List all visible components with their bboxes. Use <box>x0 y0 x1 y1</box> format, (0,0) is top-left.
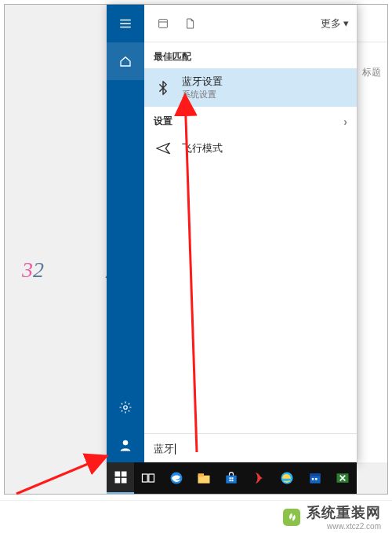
svg-rect-3 <box>114 472 120 477</box>
result-bluetooth-settings[interactable]: 蓝牙设置 系统设置 <box>144 68 357 107</box>
svg-rect-4 <box>122 472 127 477</box>
watermark-part1: 3 <box>22 257 33 282</box>
task-view-button[interactable] <box>134 462 162 494</box>
taskbar-store[interactable] <box>218 462 245 494</box>
svg-rect-16 <box>232 480 234 481</box>
taskbar-calendar[interactable] <box>301 462 328 494</box>
svg-rect-15 <box>230 480 231 481</box>
svg-rect-2 <box>159 19 168 27</box>
svg-rect-14 <box>232 477 234 479</box>
svg-point-1 <box>123 440 128 445</box>
bluetooth-icon <box>154 78 172 97</box>
result-airplane-mode[interactable]: 飞行模式 <box>144 133 357 164</box>
result-bluetooth-title: 蓝牙设置 <box>182 75 223 89</box>
text-cursor <box>175 444 176 455</box>
group-settings-label: 设置 <box>154 115 172 128</box>
search-results: 最佳匹配 蓝牙设置 系统设置 设置 › <box>144 42 357 433</box>
search-value: 蓝牙 <box>154 442 174 456</box>
settings-icon[interactable] <box>107 389 144 426</box>
svg-rect-11 <box>198 473 205 476</box>
taskbar-excel[interactable] <box>329 462 357 494</box>
airplane-icon <box>154 139 172 158</box>
taskbar-app-red[interactable] <box>245 462 273 494</box>
svg-point-0 <box>124 406 128 410</box>
search-panel-header: 更多 ▾ <box>144 5 357 42</box>
more-filters[interactable]: 更多 ▾ <box>321 16 349 31</box>
document-window: 标题 <box>358 5 387 462</box>
start-button[interactable] <box>107 462 134 494</box>
start-search-panel: 更多 ▾ 最佳匹配 蓝牙设置 系统设置 <box>107 5 358 464</box>
svg-rect-8 <box>149 474 154 482</box>
result-airplane-title: 飞行模式 <box>182 141 223 155</box>
filter-apps-icon[interactable] <box>152 13 174 35</box>
svg-rect-13 <box>230 477 231 479</box>
svg-rect-19 <box>310 473 320 476</box>
svg-line-24 <box>16 456 107 494</box>
footer-url: www.xtcz2.com <box>307 522 381 531</box>
footer-site-name: 系统重装网 <box>307 503 381 522</box>
start-side-rail <box>107 5 144 464</box>
page-footer: 系统重装网 www.xtcz2.com <box>0 500 392 533</box>
document-header <box>358 5 387 42</box>
taskbar-file-explorer[interactable] <box>190 462 217 494</box>
result-bluetooth-subtitle: 系统设置 <box>182 89 223 100</box>
desktop-frame: 32 标题 <box>4 4 388 495</box>
more-label-text: 更多 <box>321 16 341 31</box>
document-column-title: 标题 <box>362 66 381 79</box>
svg-rect-12 <box>227 476 237 484</box>
svg-rect-20 <box>312 478 314 480</box>
chevron-right-icon: › <box>343 115 347 128</box>
taskbar <box>107 462 357 494</box>
taskbar-edge[interactable] <box>162 462 190 494</box>
footer-logo-icon <box>283 509 300 526</box>
filter-documents-icon[interactable] <box>179 13 201 35</box>
home-icon[interactable] <box>107 42 144 80</box>
user-icon[interactable] <box>107 426 144 464</box>
svg-rect-21 <box>315 478 318 480</box>
chevron-down-icon: ▾ <box>343 17 349 29</box>
menu-icon[interactable] <box>107 5 144 42</box>
watermark-part2: 2 <box>33 257 44 282</box>
group-best-match-label: 最佳匹配 <box>154 50 191 64</box>
svg-rect-5 <box>114 478 120 484</box>
taskbar-ie[interactable] <box>274 462 301 494</box>
group-settings[interactable]: 设置 › <box>144 107 357 133</box>
search-input[interactable]: 蓝牙 <box>144 433 357 464</box>
svg-rect-7 <box>143 474 148 482</box>
search-panel-body: 更多 ▾ 最佳匹配 蓝牙设置 系统设置 <box>144 5 357 464</box>
svg-rect-6 <box>122 478 127 484</box>
group-best-match: 最佳匹配 <box>144 42 357 68</box>
